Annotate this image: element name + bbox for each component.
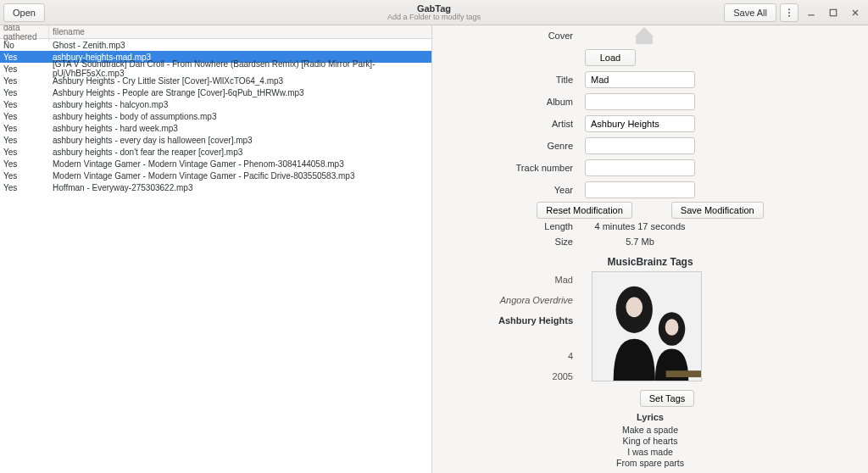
lyrics-line — [441, 469, 860, 473]
save-modification-button[interactable]: Save Modification — [671, 202, 764, 219]
svg-rect-3 — [808, 14, 815, 15]
table-row[interactable]: Yesashbury heights - body of assumptions… — [0, 110, 431, 122]
title-label: Title — [441, 75, 585, 85]
svg-point-11 — [665, 319, 679, 336]
cell-filename: ashbury heights - hard week.mp3 — [49, 124, 431, 133]
lyrics-section: Lyrics Make a spadeKing of heartsI was m… — [441, 412, 860, 473]
title-input[interactable] — [585, 71, 695, 88]
cell-filename: ashbury heights - every day is halloween… — [49, 136, 431, 145]
svg-point-9 — [626, 298, 643, 318]
cell-data-gathered: Yes — [0, 112, 49, 121]
genre-label: Genre — [441, 141, 585, 151]
tag-editor-pane: Cover Load Title Album Artist Genre Trac… — [432, 25, 868, 473]
table-row[interactable]: YesModern Vintage Gamer - Modern Vintage… — [0, 158, 431, 170]
cell-data-gathered: Yes — [0, 76, 49, 86]
col-header-filename[interactable]: filename — [49, 27, 431, 36]
maximize-icon — [828, 8, 838, 18]
cell-data-gathered: Yes — [0, 136, 49, 145]
track-label: Track number — [441, 163, 585, 173]
svg-point-1 — [788, 12, 790, 14]
file-list-pane: data gathered filename NoGhost - Zenith.… — [0, 25, 432, 473]
musicbrainz-meta: Mad Angora Overdrive Ashbury Heights 4 2… — [441, 271, 585, 385]
cell-data-gathered: Yes — [0, 159, 49, 169]
size-value: 5.7 Mb — [585, 236, 695, 247]
set-tags-button[interactable]: Set Tags — [640, 390, 695, 407]
cell-filename: Modern Vintage Gamer - Modern Vintage Ga… — [49, 159, 431, 169]
table-row[interactable]: YesAshbury Heights - Cry Little Sister [… — [0, 75, 431, 86]
svg-rect-4 — [830, 9, 837, 16]
album-input[interactable] — [585, 93, 695, 110]
main-split: data gathered filename NoGhost - Zenith.… — [0, 25, 868, 473]
svg-rect-12 — [666, 370, 701, 377]
svg-point-0 — [788, 8, 790, 10]
table-row[interactable]: YesAshbury Heights - People are Strange … — [0, 86, 431, 98]
headerbar: Open GabTag Add a Folder to modify tags … — [0, 0, 868, 25]
lyrics-heading: Lyrics — [441, 412, 860, 423]
lyrics-line: I was made — [441, 447, 860, 458]
table-row[interactable]: Yesashbury heights - halcyon.mp3 — [0, 98, 431, 110]
table-row[interactable]: YesHoffman - Everyway-275303622.mp3 — [0, 181, 431, 193]
cell-data-gathered: Yes — [0, 53, 49, 62]
minimize-icon — [806, 8, 816, 18]
close-icon — [850, 8, 860, 18]
save-all-button[interactable]: Save All — [724, 3, 776, 22]
cell-data-gathered: Yes — [0, 88, 49, 97]
open-button[interactable]: Open — [3, 3, 45, 22]
cell-filename: Ghost - Zenith.mp3 — [49, 41, 431, 50]
cell-filename: Hoffman - Everyway-275303622.mp3 — [49, 183, 431, 192]
tag-form: Cover Load Title Album Artist Genre Trac… — [441, 27, 860, 198]
reset-modification-button[interactable]: Reset Modification — [537, 202, 632, 219]
maximize-button[interactable] — [824, 3, 843, 22]
lyrics-body: Make a spadeKing of heartsI was madeFrom… — [441, 425, 860, 473]
cover-label: Cover — [441, 31, 585, 41]
mb-album-value: Angora Overdrive — [441, 292, 573, 309]
year-label: Year — [441, 185, 585, 195]
table-row[interactable]: Yes[GTA V Soundtrack] Dan Croll - From N… — [0, 63, 431, 75]
musicbrainz-heading: MusicBrainz Tags — [441, 256, 860, 268]
load-cover-button[interactable]: Load — [585, 49, 636, 66]
mb-year-value: 2005 — [441, 368, 573, 385]
table-row[interactable]: YesModern Vintage Gamer - Modern Vintage… — [0, 170, 431, 181]
musicbrainz-cover-art — [592, 271, 702, 381]
album-label: Album — [441, 97, 585, 107]
cell-filename: Ashbury Heights - Cry Little Sister [Cov… — [49, 76, 431, 86]
table-row[interactable]: NoGhost - Zenith.mp3 — [0, 39, 431, 51]
file-list-body: NoGhost - Zenith.mp3Yesashbury-heights-m… — [0, 39, 431, 193]
close-button[interactable] — [846, 3, 865, 22]
genre-input[interactable] — [585, 137, 695, 154]
cell-filename: ashbury heights - halcyon.mp3 — [49, 100, 431, 109]
mb-track-value: 4 — [441, 348, 573, 364]
length-label: Length — [441, 221, 585, 231]
minimize-button[interactable] — [802, 3, 821, 22]
musicbrainz-section: MusicBrainz Tags Mad Angora Overdrive As… — [441, 256, 860, 407]
cell-data-gathered: Yes — [0, 147, 49, 157]
col-header-data-gathered[interactable]: data gathered — [0, 25, 49, 42]
track-input[interactable] — [585, 159, 695, 176]
artist-label: Artist — [441, 119, 585, 129]
artist-input[interactable] — [585, 115, 695, 132]
cell-filename: ashbury heights - don't fear the reaper … — [49, 147, 431, 157]
cell-filename: Modern Vintage Gamer - Modern Vintage Ga… — [49, 171, 431, 181]
cell-data-gathered: Yes — [0, 171, 49, 181]
cell-data-gathered: Yes — [0, 100, 49, 109]
cell-filename: ashbury heights - body of assumptions.mp… — [49, 112, 431, 121]
cell-data-gathered: No — [0, 41, 49, 50]
lyrics-line: King of hearts — [441, 436, 860, 447]
cover-placeholder-icon — [636, 27, 653, 44]
year-input[interactable] — [585, 181, 695, 198]
menu-button[interactable] — [780, 3, 798, 22]
cell-filename: Ashbury Heights - People are Strange [Co… — [49, 88, 431, 97]
svg-point-2 — [788, 14, 790, 16]
cover-art-icon — [593, 272, 701, 381]
table-row[interactable]: Yesashbury heights - don't fear the reap… — [0, 146, 431, 158]
mb-artist-value: Ashbury Heights — [441, 312, 573, 329]
cell-data-gathered: Yes — [0, 124, 49, 133]
mb-title-value: Mad — [441, 271, 573, 288]
lyrics-line: From spare parts — [441, 458, 860, 469]
length-value: 4 minutes 17 seconds — [585, 221, 695, 231]
table-row[interactable]: Yesashbury heights - every day is hallow… — [0, 134, 431, 146]
kebab-icon — [784, 8, 794, 18]
table-row[interactable]: Yesashbury heights - hard week.mp3 — [0, 122, 431, 134]
cell-data-gathered: Yes — [0, 64, 49, 74]
lyrics-line: Make a spade — [441, 425, 860, 436]
